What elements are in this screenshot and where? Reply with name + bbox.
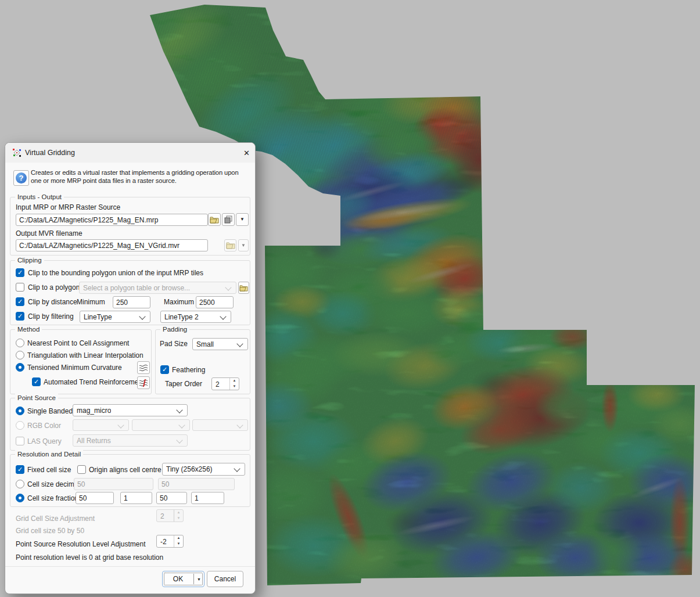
pad-size-combo[interactable]: Small xyxy=(192,338,248,350)
rgb-green-combo[interactable] xyxy=(132,419,190,431)
las-query-checkbox[interactable] xyxy=(16,437,24,445)
chevron-down-icon xyxy=(236,422,243,428)
virtual-gridding-dialog: Virtual Gridding ✕ ? Creates or edits a … xyxy=(5,142,256,594)
rgb-blue-combo[interactable] xyxy=(192,419,248,431)
spin-up-icon[interactable]: ▲ xyxy=(174,510,183,516)
spin-down-icon[interactable]: ▼ xyxy=(174,516,183,522)
help-button[interactable]: ? xyxy=(13,170,29,186)
taper-order-spinner[interactable]: 2 ▲▼ xyxy=(211,377,239,390)
folder-open-icon xyxy=(210,216,219,224)
cancel-button[interactable]: Cancel xyxy=(207,571,243,587)
spin-down-icon[interactable]: ▼ xyxy=(174,541,183,547)
input-mrp-label: Input MRP or MRP Raster Source xyxy=(16,203,120,212)
resolution-level-note: Point resolution level is 0 at grid base… xyxy=(16,553,163,562)
spin-up-icon[interactable]: ▲ xyxy=(174,535,183,541)
clip-bounding-checkbox[interactable]: ✓ xyxy=(16,268,24,277)
fixed-cell-size-label: Fixed cell size xyxy=(27,466,71,474)
trend-reinforcement-label: Automated Trend Reinforcement xyxy=(44,378,144,387)
close-icon[interactable]: ✕ xyxy=(239,147,254,159)
grid-cell-adjustment-label: Grid Cell Size Adjustment xyxy=(16,515,95,523)
group-method-legend: Method xyxy=(15,325,42,333)
maximum-label: Maximum xyxy=(164,298,194,307)
frac-y-numerator-field[interactable] xyxy=(156,492,187,504)
spin-up-icon[interactable]: ▲ xyxy=(230,378,239,384)
triangulation-label: Triangulation with Linear Interpolation xyxy=(27,351,143,360)
chevron-down-icon xyxy=(178,422,185,428)
browse-input-button[interactable] xyxy=(208,213,221,226)
chevron-down-icon xyxy=(236,340,243,347)
grid-cell-adjustment-spinner[interactable]: 2 ▲▼ xyxy=(156,509,184,522)
las-query-label: LAS Query xyxy=(27,437,62,446)
frac-y-denominator-field[interactable] xyxy=(191,492,224,504)
curvature-settings-button[interactable] xyxy=(137,361,150,374)
cell-decimal-y-field[interactable] xyxy=(158,478,235,490)
cell-decimal-x-field[interactable] xyxy=(74,478,153,490)
dialog-titlebar[interactable]: Virtual Gridding ✕ xyxy=(5,143,255,163)
minimum-field[interactable] xyxy=(113,296,150,308)
trend-reinforcement-checkbox[interactable]: ✓ xyxy=(32,377,41,386)
footer-separator xyxy=(5,566,255,567)
frac-x-numerator-field[interactable] xyxy=(76,492,114,504)
cell-size-fractional-radio[interactable] xyxy=(16,494,24,502)
origin-aligns-checkbox[interactable] xyxy=(77,465,86,474)
group-padding-legend: Padding xyxy=(160,325,189,333)
spin-down-icon[interactable]: ▼ xyxy=(230,384,239,390)
cell-size-decimal-radio[interactable] xyxy=(16,480,24,488)
ok-dropdown-icon[interactable]: ▼ xyxy=(194,577,204,581)
clip-polygon-checkbox[interactable] xyxy=(16,283,24,292)
clip-filtering-label: Clip by filtering xyxy=(28,312,74,321)
ok-button[interactable]: OK ▼ xyxy=(162,571,204,587)
input-options-button[interactable]: ▼ xyxy=(236,213,249,226)
chevron-down-icon xyxy=(117,422,124,428)
las-query-combo[interactable]: All Returns xyxy=(73,434,188,447)
chevron-down-icon xyxy=(220,313,226,319)
check-icon: ✓ xyxy=(16,312,24,320)
single-banded-label: Single Banded xyxy=(27,407,73,416)
single-banded-radio[interactable] xyxy=(16,407,24,415)
feathering-label: Feathering xyxy=(172,366,205,375)
fixed-cell-size-checkbox[interactable]: ✓ xyxy=(16,465,24,474)
tiles-icon xyxy=(224,215,232,224)
chevron-down-icon xyxy=(176,407,182,413)
nearest-point-radio[interactable] xyxy=(16,339,24,347)
tile-size-combo[interactable]: Tiny (256x256) xyxy=(162,463,245,476)
band-combo[interactable]: mag_micro xyxy=(73,404,188,416)
browse-polygon-button[interactable] xyxy=(238,282,249,294)
output-mvr-label: Output MVR filename xyxy=(16,229,82,238)
feathering-checkbox[interactable]: ✓ xyxy=(160,365,169,374)
clip-bounding-label: Clip to the bounding polygon union of th… xyxy=(28,269,203,278)
filter-type-combo[interactable]: LineType 2 xyxy=(160,311,231,323)
clip-distance-checkbox[interactable]: ✓ xyxy=(16,297,24,306)
check-icon: ✓ xyxy=(16,298,24,305)
filter-field-combo[interactable]: LineType xyxy=(80,311,150,323)
cell-size-decimal-label: Cell size decimal xyxy=(27,480,80,489)
tile-set-button[interactable] xyxy=(222,213,235,226)
chevron-down-icon xyxy=(176,437,182,443)
clip-filtering-checkbox[interactable]: ✓ xyxy=(16,312,24,321)
output-mvr-field[interactable] xyxy=(16,239,208,251)
output-options-button[interactable]: ▼ xyxy=(238,239,249,251)
frac-x-denominator-field[interactable] xyxy=(120,492,152,504)
group-resolution-legend: Resolution and Detail xyxy=(15,450,83,458)
check-icon: ✓ xyxy=(33,378,40,386)
rgb-color-radio[interactable] xyxy=(16,421,24,430)
pad-size-label: Pad Size xyxy=(160,340,188,348)
triangulation-radio[interactable] xyxy=(16,351,24,359)
origin-aligns-label: Origin aligns cell centre xyxy=(89,466,161,474)
rgb-red-combo[interactable] xyxy=(73,419,129,431)
group-point-source-legend: Point Source xyxy=(15,394,58,402)
dialog-title: Virtual Gridding xyxy=(25,149,75,157)
browse-output-button[interactable] xyxy=(224,239,236,251)
resolution-adjustment-spinner[interactable]: -2 ▲▼ xyxy=(156,535,184,548)
dialog-description-line2: one or more MRP point data files in a ra… xyxy=(31,177,177,185)
maximum-field[interactable] xyxy=(196,296,234,308)
taper-order-label: Taper Order xyxy=(165,380,202,389)
polygon-table-combo[interactable]: Select a polygon table or browse... xyxy=(79,282,236,294)
trend-settings-button[interactable] xyxy=(137,376,150,389)
rgb-color-label: RGB Color xyxy=(27,422,61,430)
folder-open-icon xyxy=(239,285,248,292)
tensioned-curvature-label: Tensioned Minimum Curvature xyxy=(27,364,122,372)
tensioned-curvature-radio[interactable] xyxy=(16,363,24,372)
input-mrp-field[interactable] xyxy=(16,214,208,226)
help-icon: ? xyxy=(16,172,27,184)
